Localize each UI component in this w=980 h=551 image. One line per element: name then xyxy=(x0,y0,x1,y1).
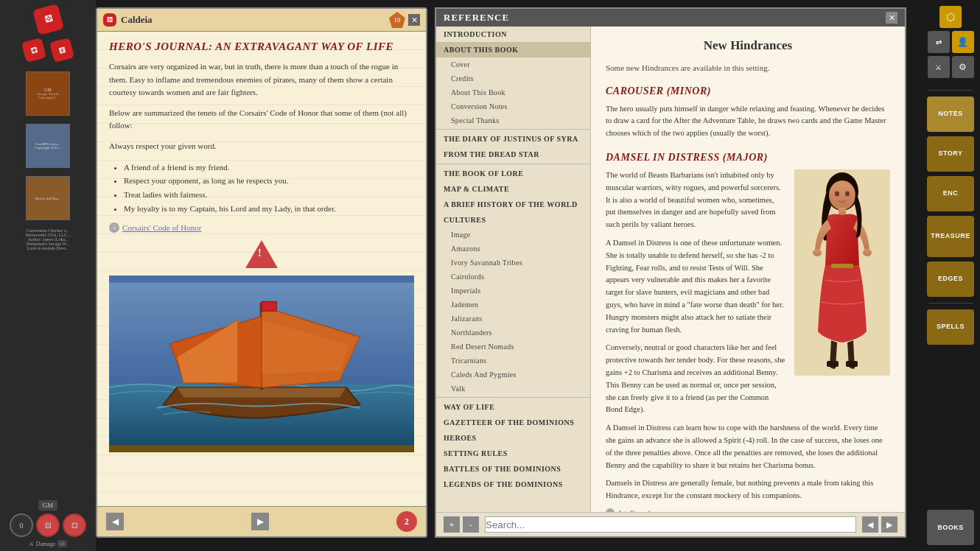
hindrance-damsel-p1: The world of Beasts Barbarians isn't inh… xyxy=(606,169,785,231)
rs-sword-icon[interactable]: ⚔ xyxy=(928,56,950,78)
toc-heroes[interactable]: Heroes xyxy=(436,430,590,446)
journal-dice: ⚄ xyxy=(103,13,116,27)
journal-content[interactable]: Hero's Journal: An Extravagant Way of Li… xyxy=(97,32,426,506)
dice-d6-top[interactable]: ⚄ xyxy=(32,4,64,35)
rs-coin-icon[interactable]: ⬡ xyxy=(939,6,962,28)
rs-spells-label: Spells xyxy=(937,323,965,331)
book-corerpg-label: CoreRPG rules...Copyright 2015... xyxy=(33,141,62,151)
die-circle-left[interactable]: 0 xyxy=(10,513,33,537)
book-savage-worlds[interactable]: GM Savage WorldsCopyright 2... xyxy=(26,71,70,116)
rs-spells-btn[interactable]: Spells xyxy=(927,309,974,345)
toc-map-climate[interactable]: Map & Climate xyxy=(436,181,590,197)
journal-para-1: Corsairs are very organized in war, but … xyxy=(109,60,414,99)
hindrance-damsel-text-block: The world of Beasts Barbarians isn't inh… xyxy=(606,169,785,422)
ref-footer: + - ◀ ▶ xyxy=(436,512,905,536)
toc-dread-star[interactable]: From The Dread Star xyxy=(436,147,590,162)
toc-caleds[interactable]: Caleds And Pygmies xyxy=(436,368,590,382)
journal-image-section: ! xyxy=(109,240,414,452)
toc-diary[interactable]: The Diary of Justinus of Syra xyxy=(436,131,590,147)
reference-title: Reference xyxy=(444,12,509,24)
journal-titlebar[interactable]: ⚄ Caldeia 10 ✕ xyxy=(97,9,426,32)
journal-para-3: Always respect your given word. xyxy=(109,140,414,153)
rs-notes-label: Notes xyxy=(938,110,963,119)
book-beasts[interactable]: Beasts And Bar... xyxy=(26,176,70,220)
dice-red-1[interactable]: ⚃ xyxy=(21,38,46,63)
ref-search-input[interactable] xyxy=(485,516,856,533)
warning-exclamation: ! xyxy=(258,248,262,259)
journal-next-btn[interactable]: ▶ xyxy=(251,513,269,530)
reference-panel: Reference ✕ Introduction About This Book… xyxy=(435,7,906,538)
rs-divider-2 xyxy=(928,303,973,303)
toc-brief-history[interactable]: A Brief History of the World xyxy=(436,197,590,212)
rs-story-btn[interactable]: Story xyxy=(927,136,974,172)
toc-book-of-lore[interactable]: The Book of Lore xyxy=(436,166,590,181)
toc-way-of-life[interactable]: Way of Life xyxy=(436,399,590,415)
hindrance-carouser-text: The hero usually puts himself in danger … xyxy=(606,103,890,140)
toc-image[interactable]: Image xyxy=(436,228,590,242)
rs-edges-btn[interactable]: Edges xyxy=(927,262,974,297)
hindrance-damsel-p2: A Damsel in Distress is one of these unf… xyxy=(606,237,785,336)
svg-point-8 xyxy=(835,191,839,196)
toc-sidebar[interactable]: Introduction About This Book Cover Credi… xyxy=(436,27,591,512)
journal-prev-btn[interactable]: ◀ xyxy=(106,513,124,530)
rs-arrows-icon[interactable]: ⇄ xyxy=(928,31,950,53)
journal-page-badge: 2 xyxy=(396,511,417,532)
rs-books-btn[interactable]: Books xyxy=(927,510,974,545)
journal-close-btn[interactable]: ✕ xyxy=(408,14,420,26)
toc-about-this-book[interactable]: About This Book xyxy=(436,42,590,57)
toc-conversion-notes[interactable]: Conversion Notes xyxy=(436,99,590,113)
toc-jademen[interactable]: Jademen xyxy=(436,298,590,312)
toc-tricarnians[interactable]: Tricarnians xyxy=(436,354,590,368)
dice-red-2[interactable]: ⚅ xyxy=(49,38,74,63)
ref-footer-controls: + - xyxy=(444,516,479,533)
hindrance-carouser: Carouser (Minor) The hero usually puts h… xyxy=(606,85,890,140)
list-item-1: A friend of a friend is my friend. xyxy=(124,161,414,175)
right-sidebar: ⬡ ⇄ 👤 ⚔ ⚙ Notes Story Enc Treasure Edges… xyxy=(921,0,980,551)
journal-ship-image xyxy=(109,276,414,452)
journal-window: ⚄ Caldeia 10 ✕ Hero's Journal: An Extrav… xyxy=(96,7,427,538)
toc-special-thanks[interactable]: Special Thanks xyxy=(436,113,590,127)
ref-main-content[interactable]: New Hindrances Some new Hindrances are a… xyxy=(591,27,905,512)
rs-treasure-label: Treasure xyxy=(931,232,970,241)
hindrance-damsel-image xyxy=(794,169,890,422)
rs-gear-icon[interactable]: ⚙ xyxy=(952,56,974,78)
toc-cultures[interactable]: Cultures xyxy=(436,212,590,228)
rs-person-icon[interactable]: 👤 xyxy=(952,31,974,53)
toc-valk[interactable]: Valk xyxy=(436,382,590,396)
rs-enc-btn[interactable]: Enc xyxy=(927,176,974,211)
reference-body: Introduction About This Book Cover Credi… xyxy=(436,27,905,512)
journal-d10[interactable]: 10 xyxy=(389,12,405,28)
list-item-2: Respect your opponent, as long as he res… xyxy=(124,174,414,188)
journal-link[interactable]: i Corsairs' Code of Honor xyxy=(109,222,414,233)
ref-nav-arrows: ◀ ▶ xyxy=(862,516,897,533)
toc-legends[interactable]: Legends of the Dominions xyxy=(436,477,590,492)
toc-jalizarans[interactable]: Jalizarans xyxy=(436,312,590,326)
toc-northlanders[interactable]: Northlanders xyxy=(436,326,590,340)
reference-close-btn[interactable]: ✕ xyxy=(886,12,897,24)
toc-cairnlords[interactable]: Cairnlords xyxy=(436,270,590,284)
toc-setting-rules[interactable]: Setting Rules xyxy=(436,446,590,461)
toc-ivory-savannah[interactable]: Ivory Savannah Tribes xyxy=(436,256,590,270)
ship-svg xyxy=(109,276,414,452)
ref-zoom-out-btn[interactable]: - xyxy=(463,516,479,533)
toc-imperials[interactable]: Imperials xyxy=(436,284,590,298)
rs-notes-btn[interactable]: Notes xyxy=(927,96,974,132)
ref-zoom-in-btn[interactable]: + xyxy=(444,516,460,533)
ref-next-btn[interactable]: ▶ xyxy=(881,516,897,533)
svg-point-12 xyxy=(863,249,872,256)
journal-title: Caldeia xyxy=(121,14,153,26)
toc-gazetteer[interactable]: Gazetteer of the Dominions xyxy=(436,415,590,430)
toc-red-desert[interactable]: Red Desert Nomads xyxy=(436,340,590,354)
die-circle-right[interactable]: ⚃ xyxy=(63,513,86,537)
toc-introduction[interactable]: Introduction xyxy=(436,27,590,42)
toc-cover[interactable]: Cover xyxy=(436,57,590,71)
toc-battles[interactable]: Battles of the Dominions xyxy=(436,461,590,477)
toc-credits[interactable]: Credits xyxy=(436,71,590,85)
journal-section-header: Hero's Journal: An Extravagant Way of Li… xyxy=(109,41,414,53)
rs-treasure-btn[interactable]: Treasure xyxy=(927,216,974,257)
book-corerpg[interactable]: CoreRPG rules...Copyright 2015... xyxy=(26,124,70,168)
toc-amazons[interactable]: Amazons xyxy=(436,242,590,256)
die-circle-mid[interactable]: ⚄ xyxy=(36,513,60,537)
toc-about-this-book-sub[interactable]: About This Book xyxy=(436,85,590,99)
ref-prev-btn[interactable]: ◀ xyxy=(862,516,878,533)
